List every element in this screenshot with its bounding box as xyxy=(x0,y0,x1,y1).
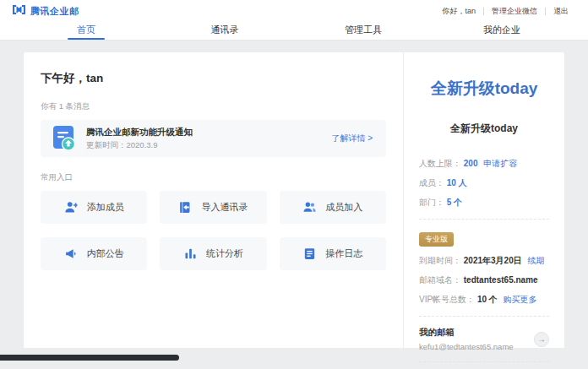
plan-row-expiry: 到期时间： 2021年3月20日 续期 xyxy=(419,255,549,267)
upgrade-notice-icon xyxy=(52,125,76,152)
announcement-icon xyxy=(64,247,79,261)
add-member-icon xyxy=(64,200,79,214)
plan-value: 10 个 xyxy=(477,295,498,304)
tab-home[interactable]: 首页 xyxy=(17,22,155,40)
stat-row-departments: 部门： 5 个 xyxy=(419,197,549,209)
tab-label: 我的企业 xyxy=(483,24,520,36)
tab-contacts[interactable]: 通讯录 xyxy=(155,22,294,40)
plan-label: VIP帐号总数： xyxy=(419,295,475,304)
statistics-button[interactable]: 统计分析 xyxy=(160,237,266,270)
shortcut-label: 内部公告 xyxy=(87,247,124,260)
stat-label: 人数上限： xyxy=(419,159,461,168)
active-tab-indicator xyxy=(68,38,105,40)
stat-value: 5 个 xyxy=(447,198,462,207)
plan-value: 2021年3月20日 xyxy=(464,256,522,265)
dashed-divider xyxy=(419,361,549,362)
topbar: 腾讯企业邮 你好，tan 管理企业微信 退出 xyxy=(0,0,588,22)
plan-row-vip: VIP帐号总数： 10 个 购买更多 xyxy=(419,294,549,306)
brand-logo[interactable]: 腾讯企业邮 xyxy=(12,3,79,19)
exmail-logo-icon xyxy=(12,3,26,19)
shortcut-label: 导入通讯录 xyxy=(201,201,248,214)
notification-text: 腾讯企业邮新功能升级通知 更新时间：2020.3.9 xyxy=(86,127,331,151)
statistics-icon xyxy=(183,247,198,261)
home-panel: 下午好，tan 你有 1 条消息 腾讯企业邮新功能升级通知 更新时间：2020.… xyxy=(24,52,403,348)
plan-section: 专业版 到期时间： 2021年3月20日 续期 邮箱域名： tedtantest… xyxy=(419,230,549,306)
plan-row-domain: 邮箱域名： tedtantest65.name xyxy=(419,274,549,286)
topbar-links: 你好，tan 管理企业微信 退出 xyxy=(434,6,576,17)
learn-more-link[interactable]: 了解详情 > xyxy=(331,133,373,144)
expand-quota-link[interactable]: 申请扩容 xyxy=(483,159,517,168)
import-contacts-button[interactable]: 导入通讯录 xyxy=(160,191,266,224)
company-stats: 人数上限： 200 申请扩容 成员： 10 人 部门： 5 个 xyxy=(419,158,549,209)
add-member-button[interactable]: 添加成员 xyxy=(41,191,147,224)
stat-label: 成员： xyxy=(419,178,444,187)
tab-my-company[interactable]: 我的企业 xyxy=(433,22,571,40)
member-join-icon xyxy=(302,200,317,214)
operation-log-button[interactable]: 操作日志 xyxy=(280,237,386,270)
import-contacts-icon xyxy=(178,200,193,214)
main-nav: 首页 通讯录 管理工具 我的企业 xyxy=(0,22,588,41)
dashed-divider xyxy=(419,316,549,317)
shortcut-label: 成员加入 xyxy=(325,201,362,214)
shortcuts-section-label: 常用入口 xyxy=(41,172,386,183)
open-mailbox-button[interactable]: → xyxy=(534,332,549,347)
stat-value: 200 xyxy=(464,159,478,168)
mailbox-text: 我的邮箱 kefu1@tedtantest65.name xyxy=(419,327,514,351)
stat-row-members: 成员： 10 人 xyxy=(419,177,549,189)
shortcut-label: 统计分析 xyxy=(206,247,243,260)
dashed-divider xyxy=(419,219,549,220)
stat-label: 部门： xyxy=(419,198,444,207)
operation-log-icon xyxy=(302,247,317,261)
logout-link[interactable]: 退出 xyxy=(546,6,576,17)
buy-more-link[interactable]: 购买更多 xyxy=(504,295,537,304)
brand-name: 腾讯企业邮 xyxy=(30,5,79,18)
shortcut-label: 操作日志 xyxy=(325,247,362,260)
renew-link[interactable]: 续期 xyxy=(528,256,545,265)
plan-label: 邮箱域名： xyxy=(419,275,461,285)
stat-value: 10 人 xyxy=(447,178,467,187)
mailbox-address: kefu1@tedtantest65.name xyxy=(419,342,514,351)
bottom-dark-bar xyxy=(0,355,179,361)
page-greeting: 下午好，tan xyxy=(41,71,386,86)
promo-subtitle: 全新升级today xyxy=(419,122,549,136)
manage-wechat-link[interactable]: 管理企业微信 xyxy=(484,6,545,17)
notification-updated-time: 更新时间：2020.3.9 xyxy=(86,140,331,151)
mailbox-title: 我的邮箱 xyxy=(419,327,514,339)
notification-title: 腾讯企业邮新功能升级通知 xyxy=(86,127,331,138)
tab-label: 管理工具 xyxy=(345,24,382,36)
main-card: 下午好，tan 你有 1 条消息 腾讯企业邮新功能升级通知 更新时间：2020.… xyxy=(24,52,564,348)
shortcut-grid: 添加成员 导入通讯录 xyxy=(41,191,386,270)
plan-badge: 专业版 xyxy=(419,232,454,247)
tab-label: 首页 xyxy=(77,24,95,36)
user-greeting: 你好，tan xyxy=(434,6,483,17)
my-mailbox-section: 我的邮箱 kefu1@tedtantest65.name → xyxy=(419,327,549,351)
tab-admin-tools[interactable]: 管理工具 xyxy=(294,22,433,40)
plan-label: 到期时间： xyxy=(419,256,461,265)
stat-row-member-limit: 人数上限： 200 申请扩容 xyxy=(419,158,549,170)
plan-value: tedtantest65.name xyxy=(464,275,538,285)
messages-count-label: 你有 1 条消息 xyxy=(41,101,386,112)
shortcut-label: 添加成员 xyxy=(87,201,124,214)
tab-label: 通讯录 xyxy=(211,24,239,36)
member-join-button[interactable]: 成员加入 xyxy=(280,191,386,224)
announcement-button[interactable]: 内部公告 xyxy=(41,237,147,270)
notification-item[interactable]: 腾讯企业邮新功能升级通知 更新时间：2020.3.9 了解详情 > xyxy=(41,120,386,157)
promo-banner-title[interactable]: 全新升级today xyxy=(419,78,549,100)
company-info-panel: 全新升级today 全新升级today 人数上限： 200 申请扩容 成员： 1… xyxy=(403,52,564,348)
